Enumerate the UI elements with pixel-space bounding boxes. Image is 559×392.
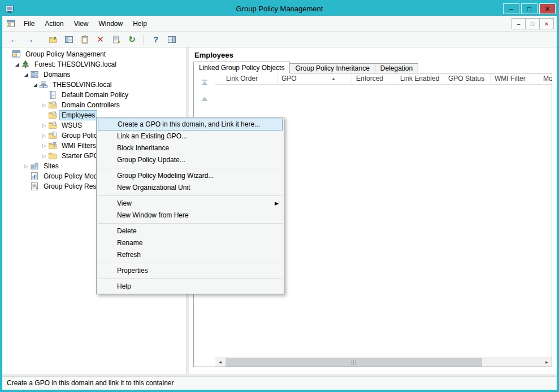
context-menu-item-group-policy-modeling-wizard[interactable]: Group Policy Modeling Wizard... xyxy=(97,170,284,182)
column-header-gpo[interactable]: ▲GPO xyxy=(278,73,352,85)
results-icon xyxy=(30,182,39,191)
tab-linked-group-policy-objects[interactable]: Linked Group Policy Objects xyxy=(193,62,290,73)
context-menu-item-group-policy-update[interactable]: Group Policy Update... xyxy=(97,154,284,166)
context-menu-item-link-an-existing-gpo[interactable]: Link an Existing GPO... xyxy=(97,130,284,142)
column-header-wmi-filter[interactable]: WMI Filter xyxy=(491,73,539,85)
context-menu-item-rename[interactable]: Rename xyxy=(97,237,284,249)
expander-collapsed-icon[interactable]: ▷ xyxy=(41,133,48,138)
context-menu-item-label: Rename xyxy=(117,239,142,247)
help-button[interactable]: ? xyxy=(149,33,163,46)
close-button[interactable]: ✕ xyxy=(539,3,556,14)
up-one-level-button[interactable] xyxy=(46,33,60,46)
tree-item-thesolving-local[interactable]: THESOLVING.local xyxy=(2,80,187,90)
up-one-level-icon xyxy=(49,35,58,44)
domain-icon xyxy=(39,80,48,89)
close-icon: ✕ xyxy=(544,6,550,12)
mdi-window-controls: – □ ✕ xyxy=(512,18,554,29)
context-menu-item-create-a-gpo-in-this-domain-and-link-it-here[interactable]: Create a GPO in this domain, and Link it… xyxy=(98,119,283,130)
status-text: Create a GPO in this domain and link it … xyxy=(7,379,174,387)
scrollbar-thumb[interactable] xyxy=(226,358,482,367)
column-label: WMI Filter xyxy=(495,75,526,82)
menu-window[interactable]: Window xyxy=(94,16,128,31)
context-menu-item-refresh[interactable]: Refresh xyxy=(97,249,284,261)
context-menu-item-view[interactable]: View▶ xyxy=(97,198,284,210)
context-menu-item-label: Group Policy Update... xyxy=(117,156,185,164)
context-menu-item-new-window-from-here[interactable]: New Window from Here xyxy=(97,210,284,221)
tab-delegation[interactable]: Delegation xyxy=(375,63,418,73)
column-header-mo[interactable]: Mo xyxy=(539,73,552,85)
scroll-left-button[interactable]: ◄ xyxy=(215,358,225,367)
back-arrow-icon: ← xyxy=(10,35,18,43)
minimize-icon: – xyxy=(509,6,513,12)
tree-item-domain-controllers[interactable]: ▷Domain Controllers xyxy=(2,100,187,110)
export-list-button[interactable] xyxy=(109,33,123,46)
tree-item-domains[interactable]: Domains xyxy=(2,69,187,80)
context-menu-item-help[interactable]: Help xyxy=(97,281,284,293)
column-header-link-order[interactable]: Link Order xyxy=(215,73,278,85)
forward-button[interactable]: → xyxy=(23,33,37,46)
expander-expanded-icon[interactable] xyxy=(23,73,30,77)
wmi-icon xyxy=(48,141,57,150)
mdi-restore-icon: □ xyxy=(531,21,534,27)
minimize-button[interactable]: – xyxy=(503,3,519,14)
expander-expanded-icon[interactable] xyxy=(32,83,39,87)
tree-item-label: Employees xyxy=(60,111,97,120)
expander-collapsed-icon[interactable]: ▷ xyxy=(41,123,48,128)
status-bar: Create a GPO in this domain and link it … xyxy=(2,376,557,390)
menu-action[interactable]: Action xyxy=(40,16,68,31)
tree-item-label: Domain Controllers xyxy=(60,101,122,110)
context-menu-item-label: Group Policy Modeling Wizard... xyxy=(117,172,214,180)
delete-button[interactable]: ✕ xyxy=(93,33,107,46)
pane-title: Employees xyxy=(194,51,233,59)
menu-file[interactable]: File xyxy=(19,16,40,31)
context-menu-item-new-organizational-unit[interactable]: New Organizational Unit xyxy=(97,182,284,194)
toolbar: ←→✕↻? xyxy=(2,32,557,47)
window-title: Group Policy Management xyxy=(2,5,557,13)
help-icon: ? xyxy=(153,35,158,43)
column-label: Enforced xyxy=(356,75,383,82)
column-label: Mo xyxy=(543,75,552,82)
move-up-button[interactable] xyxy=(198,93,211,106)
mdi-restore-button[interactable]: □ xyxy=(526,18,540,29)
show-action-pane-button[interactable] xyxy=(164,33,179,46)
mdi-close-icon: ✕ xyxy=(544,21,549,27)
scroll-right-button[interactable]: ► xyxy=(542,358,552,367)
refresh-button[interactable]: ↻ xyxy=(125,33,139,46)
column-header-gpo-status[interactable]: GPO Status xyxy=(444,73,491,85)
show-console-tree-button[interactable] xyxy=(62,33,76,46)
horizontal-scrollbar[interactable]: ◄ ► xyxy=(215,357,552,367)
context-menu-item-block-inheritance[interactable]: Block Inheritance xyxy=(97,142,284,154)
tab-group-policy-inheritance[interactable]: Group Policy Inheritance xyxy=(290,63,375,73)
back-button[interactable]: ← xyxy=(7,33,21,46)
context-menu-item-delete[interactable]: Delete xyxy=(97,225,284,237)
folder-icon xyxy=(48,151,57,160)
maximize-button[interactable]: □ xyxy=(521,3,538,14)
expander-collapsed-icon[interactable]: ▷ xyxy=(41,102,48,108)
context-menu-item-label: Help xyxy=(117,282,131,290)
column-header-link-enabled[interactable]: Link Enabled xyxy=(396,73,444,85)
context-menu-item-properties[interactable]: Properties xyxy=(97,265,284,277)
context-menu-separator xyxy=(98,263,283,263)
tree-item-default-domain-policy[interactable]: Default Domain Policy xyxy=(2,90,187,100)
titlebar[interactable]: Group Policy Management – □ ✕ xyxy=(2,2,557,16)
expander-expanded-icon[interactable] xyxy=(14,63,21,67)
menu-help[interactable]: Help xyxy=(128,16,152,31)
expander-collapsed-icon[interactable]: ▷ xyxy=(41,153,48,159)
mdi-minimize-button[interactable]: – xyxy=(512,18,526,29)
scroll-left-icon: ◄ xyxy=(218,360,223,365)
paste-button[interactable] xyxy=(77,33,92,46)
tree-item-group-policy-management[interactable]: Group Policy Management xyxy=(2,49,187,59)
context-menu-separator xyxy=(98,168,283,168)
mdi-close-button[interactable]: ✕ xyxy=(540,18,554,29)
move-to-top-button[interactable] xyxy=(198,76,211,90)
scroll-right-icon: ► xyxy=(545,360,549,365)
context-menu-separator xyxy=(98,223,283,224)
menu-view[interactable]: View xyxy=(69,16,94,31)
expander-collapsed-icon[interactable]: ▷ xyxy=(41,143,48,149)
maximize-icon: □ xyxy=(527,6,531,12)
export-list-icon xyxy=(112,35,121,44)
scrollbar-track[interactable] xyxy=(225,358,542,367)
expander-collapsed-icon[interactable]: ▷ xyxy=(23,163,30,169)
tree-item-forest-thesolving-local[interactable]: Forest: THESOLVING.local xyxy=(2,59,187,69)
column-header-enforced[interactable]: Enforced xyxy=(352,73,396,85)
